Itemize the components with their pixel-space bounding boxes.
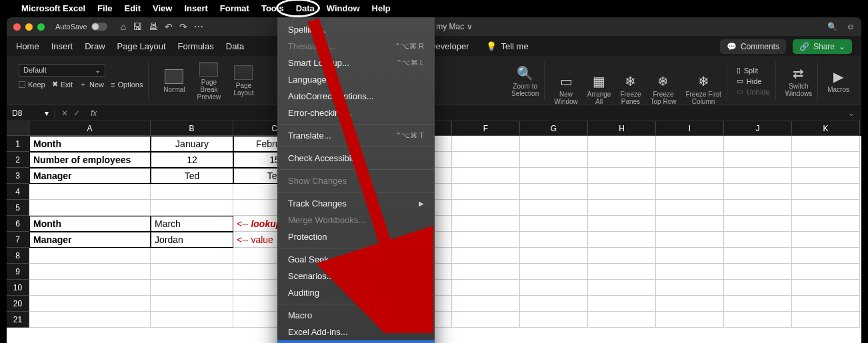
col-header-B[interactable]: B	[151, 121, 233, 136]
cell[interactable]	[29, 280, 151, 296]
cell[interactable]	[656, 312, 724, 328]
print-icon[interactable]: 🖶	[149, 21, 158, 32]
menu-item[interactable]: Auditing▶	[277, 284, 435, 301]
cell[interactable]	[452, 200, 520, 216]
menu-tools[interactable]: Tools	[261, 3, 284, 13]
cell[interactable]	[520, 152, 588, 168]
cell[interactable]: Month	[29, 216, 151, 232]
cell[interactable]	[520, 248, 588, 264]
chevron-down-icon[interactable]: ▾	[45, 109, 49, 118]
page-layout-button[interactable]: Page Layout	[227, 62, 259, 101]
minimize-icon[interactable]	[25, 23, 33, 31]
cell[interactable]	[520, 232, 588, 248]
col-header-J[interactable]: J	[724, 121, 792, 136]
expand-icon[interactable]: ⌄	[841, 109, 861, 118]
col-header-K[interactable]: K	[792, 121, 860, 136]
cell[interactable]	[724, 184, 792, 200]
cell[interactable]	[588, 264, 656, 280]
cell[interactable]: Manager	[29, 168, 151, 184]
cell[interactable]	[724, 248, 792, 264]
cell[interactable]	[792, 312, 860, 328]
cell[interactable]: Manager	[29, 232, 151, 248]
window-controls[interactable]	[13, 23, 45, 31]
cell[interactable]	[588, 152, 656, 168]
arrange-all-button[interactable]: ▦ Arrange All	[587, 73, 611, 89]
menu-item[interactable]: Macro▶	[277, 307, 435, 324]
menu-item[interactable]: Error-checking...	[277, 105, 435, 121]
cell[interactable]	[151, 200, 233, 216]
more-icon[interactable]: ⋯	[194, 21, 203, 32]
cell[interactable]	[792, 184, 860, 200]
menu-item[interactable]: Goal Seek...	[277, 251, 435, 268]
cell[interactable]	[588, 312, 656, 328]
row-header[interactable]: 9	[7, 264, 29, 280]
cell[interactable]	[520, 312, 588, 328]
row-header[interactable]: 20	[7, 296, 29, 312]
cell[interactable]	[29, 184, 151, 200]
comments-button[interactable]: 💬 Comments	[720, 39, 786, 54]
toggle-icon[interactable]	[91, 23, 107, 31]
page-break-button[interactable]: Page Break Preview	[193, 62, 225, 101]
cell[interactable]	[656, 264, 724, 280]
col-header-G[interactable]: G	[520, 121, 588, 136]
cell[interactable]	[29, 248, 151, 264]
cell[interactable]	[452, 136, 520, 152]
menu-item[interactable]: Customise Keyboard...	[277, 340, 435, 343]
cell[interactable]	[151, 280, 233, 296]
cell[interactable]	[588, 184, 656, 200]
cell[interactable]: Ted	[151, 168, 233, 184]
cell[interactable]	[724, 136, 792, 152]
cell[interactable]	[520, 296, 588, 312]
undo-icon[interactable]: ↶	[165, 21, 173, 32]
zoom-to-selection-button[interactable]: 🔍 Zoom to Selection	[511, 65, 539, 97]
cell[interactable]	[656, 280, 724, 296]
redo-icon[interactable]: ↷	[179, 21, 187, 32]
cell[interactable]	[724, 312, 792, 328]
cell[interactable]	[724, 216, 792, 232]
new-button[interactable]: ＋ New	[79, 79, 104, 89]
cancel-icon[interactable]: ✕	[61, 109, 68, 118]
exit-button[interactable]: ✖ Exit	[52, 79, 73, 89]
macros-button[interactable]: ▶ Macros	[827, 69, 849, 93]
cell[interactable]	[151, 312, 233, 328]
row-header[interactable]: 7	[7, 232, 29, 248]
home-icon[interactable]: ⌂	[121, 21, 126, 32]
cell[interactable]	[588, 280, 656, 296]
cell[interactable]	[151, 296, 233, 312]
row-header[interactable]: 2	[7, 152, 29, 168]
cell[interactable]: Jordan	[151, 232, 233, 248]
cell[interactable]	[792, 136, 860, 152]
cell[interactable]	[29, 296, 151, 312]
col-header-H[interactable]: H	[588, 121, 656, 136]
tools-dropdown-menu[interactable]: Spelling...Thesaurus...⌃⌥⌘ RSmart Lookup…	[277, 17, 435, 343]
menu-item[interactable]: Spelling...	[277, 21, 435, 38]
cell[interactable]	[452, 312, 520, 328]
cell[interactable]	[29, 200, 151, 216]
menu-insert[interactable]: Insert	[184, 3, 207, 13]
col-header-F[interactable]: F	[452, 121, 520, 136]
cell[interactable]	[452, 184, 520, 200]
menu-item[interactable]: Translate...⌃⌥⌘ T	[277, 127, 435, 144]
autosave-toggle[interactable]: AutoSave	[55, 23, 107, 31]
menu-item[interactable]: Protection▶	[277, 228, 435, 245]
cell[interactable]	[792, 216, 860, 232]
search-icon[interactable]: 🔍	[827, 22, 837, 31]
tab-formulas[interactable]: Formulas	[178, 41, 214, 51]
menu-window[interactable]: Window	[327, 3, 360, 13]
cell[interactable]	[588, 216, 656, 232]
cell[interactable]	[656, 136, 724, 152]
menu-item[interactable]: AutoCorrect Options...	[277, 88, 435, 105]
quick-access-toolbar[interactable]: ⌂ 🖫 🖶 ↶ ↷ ⋯	[121, 21, 203, 32]
tab-draw[interactable]: Draw	[85, 41, 105, 51]
menu-item[interactable]: Check Accessibility	[277, 150, 435, 167]
account-icon[interactable]: ☺	[847, 22, 855, 31]
row-header[interactable]: 4	[7, 184, 29, 200]
cell[interactable]: March	[151, 216, 233, 232]
hide-button[interactable]: ▭Hide	[737, 77, 770, 85]
menu-help[interactable]: Help	[372, 3, 391, 13]
cell[interactable]	[792, 152, 860, 168]
cell[interactable]	[588, 296, 656, 312]
cell[interactable]	[792, 248, 860, 264]
cell[interactable]	[588, 136, 656, 152]
cell[interactable]	[452, 296, 520, 312]
